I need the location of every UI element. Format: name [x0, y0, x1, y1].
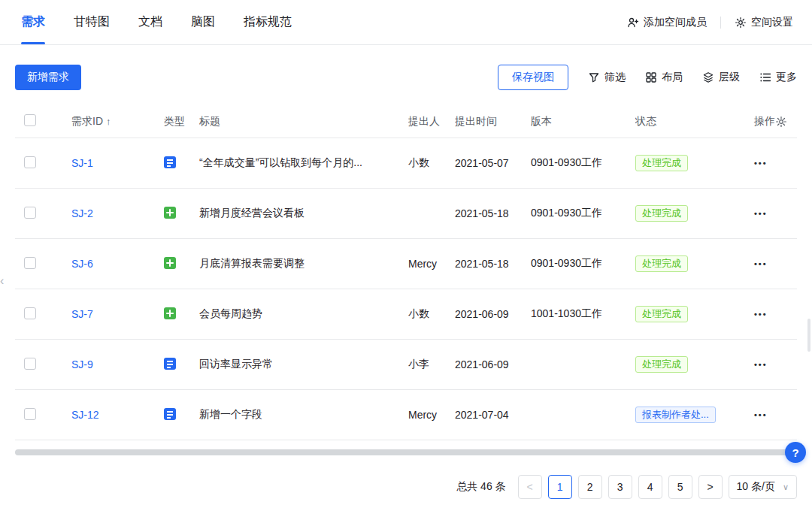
next-page-button[interactable]: >: [698, 475, 723, 499]
column-header-type: 类型: [164, 115, 199, 128]
table-row: SJ-6 月底清算报表需要调整 Mercy 2021-05-18 0901-09…: [15, 239, 797, 289]
row-actions-button[interactable]: •••: [754, 360, 768, 369]
new-requirement-button[interactable]: 新增需求: [15, 65, 81, 90]
requirement-title[interactable]: 新增月度经营会议看板: [199, 207, 408, 220]
requirement-title[interactable]: 回访率显示异常: [199, 358, 408, 371]
row-actions-button[interactable]: •••: [754, 410, 768, 419]
propose-date: 2021-06-09: [455, 358, 531, 370]
status-badge[interactable]: 处理完成: [635, 255, 688, 272]
tab-label: 甘特图: [74, 14, 110, 30]
propose-date: 2021-05-18: [455, 258, 531, 270]
requirement-id-link[interactable]: SJ-1: [71, 157, 93, 169]
requirement-title[interactable]: 新增一个字段: [199, 408, 408, 422]
row-actions-button[interactable]: •••: [754, 259, 768, 268]
vertical-scrollbar[interactable]: [807, 319, 810, 352]
add-member-label: 添加空间成员: [644, 16, 707, 29]
propose-date: 2021-05-07: [455, 157, 531, 169]
page-button-2[interactable]: 2: [578, 475, 602, 499]
row-checkbox[interactable]: [24, 156, 36, 168]
status-badge[interactable]: 处理完成: [635, 306, 688, 322]
requirement-id-link[interactable]: SJ-2: [71, 207, 93, 219]
requirement-title[interactable]: 会员每周趋势: [199, 307, 408, 321]
row-checkbox[interactable]: [24, 307, 36, 319]
tab-metric-spec[interactable]: 指标规范: [244, 0, 292, 44]
version: 1001-1030工作: [531, 307, 635, 321]
filter-button[interactable]: 筛选: [588, 71, 626, 84]
row-checkbox[interactable]: [24, 207, 36, 219]
column-header-version: 版本: [531, 115, 635, 128]
status-badge[interactable]: 处理完成: [635, 155, 688, 171]
tab-label: 脑图: [191, 14, 215, 30]
row-actions-button[interactable]: •••: [754, 159, 768, 168]
page-button-5[interactable]: 5: [668, 475, 692, 499]
status-badge[interactable]: 处理完成: [635, 356, 688, 373]
requirements-table: 需求ID↑ 类型 标题 提出人 提出时间 版本 状态 操作 SJ-1 “全年成: [15, 105, 797, 440]
row-checkbox[interactable]: [24, 358, 36, 370]
tab-label: 指标规范: [244, 14, 292, 30]
row-checkbox[interactable]: [24, 257, 36, 269]
gear-icon: [735, 17, 747, 29]
column-settings-gear-icon[interactable]: [775, 116, 787, 128]
row-checkbox[interactable]: [24, 408, 36, 420]
column-header-date: 提出时间: [455, 115, 531, 128]
requirement-title[interactable]: “全年成交量”可以钻取到每个月的...: [199, 156, 408, 170]
row-actions-button[interactable]: •••: [754, 209, 768, 218]
propose-date: 2021-05-18: [455, 207, 531, 219]
toolbar-right: 保存视图 筛选 布局: [498, 65, 797, 90]
page-button-3[interactable]: 3: [608, 475, 632, 499]
list-more-icon: [759, 71, 771, 83]
filter-icon: [588, 71, 600, 83]
nav-divider: [720, 17, 721, 29]
row-actions-button[interactable]: •••: [754, 310, 768, 319]
column-header-actions: 操作: [754, 115, 775, 128]
requirement-id-link[interactable]: SJ-12: [71, 409, 99, 421]
tab-label: 需求: [21, 14, 45, 30]
layout-button[interactable]: 布局: [645, 71, 683, 84]
proposer: 小数: [408, 156, 455, 170]
version: 0901-0930工作: [531, 257, 635, 271]
requirement-id-link[interactable]: SJ-6: [71, 258, 93, 270]
table-row: SJ-12 新增一个字段 Mercy 2021-07-04 报表制作者处... …: [15, 390, 797, 440]
more-button[interactable]: 更多: [759, 71, 797, 84]
version: 0901-0930工作: [531, 156, 635, 170]
doc-type-icon: [164, 156, 176, 168]
proposer: 小数: [408, 307, 455, 321]
chevron-down-icon: ∨: [783, 482, 789, 492]
status-badge[interactable]: 处理完成: [635, 205, 688, 222]
collapse-panel-icon[interactable]: ‹: [0, 275, 4, 287]
top-nav: 需求 甘特图 文档 脑图 指标规范 添加空间成员: [0, 0, 812, 45]
requirement-id-link[interactable]: SJ-7: [71, 308, 93, 320]
table-row: SJ-2 新增月度经营会议看板 2021-05-18 0901-0930工作 处…: [15, 189, 797, 239]
space-settings-label: 空间设置: [751, 16, 793, 29]
requirement-id-link[interactable]: SJ-9: [71, 358, 93, 370]
column-header-id[interactable]: 需求ID↑: [71, 115, 164, 128]
pagination-total: 总共 46 条: [456, 480, 505, 494]
tab-gantt[interactable]: 甘特图: [74, 0, 110, 44]
hierarchy-button[interactable]: 层级: [702, 71, 740, 84]
help-button[interactable]: ?: [785, 442, 806, 463]
proposer: Mercy: [408, 409, 455, 421]
tab-documents[interactable]: 文档: [138, 0, 162, 44]
prev-page-button[interactable]: <: [518, 475, 542, 499]
page-size-select[interactable]: 10 条/页 ∨: [729, 475, 797, 499]
column-header-status: 状态: [635, 115, 739, 128]
space-settings-button[interactable]: 空间设置: [735, 16, 793, 29]
propose-date: 2021-06-09: [455, 308, 531, 320]
page-size-value: 10 条/页: [737, 480, 775, 494]
add-type-icon: [164, 257, 176, 269]
nav-actions: 添加空间成员 空间设置: [627, 16, 793, 29]
tab-requirements[interactable]: 需求: [21, 0, 45, 44]
requirement-title[interactable]: 月底清算报表需要调整: [199, 257, 408, 271]
toolbar: 新增需求 保存视图 筛选 布局: [0, 45, 812, 105]
page-button-1[interactable]: 1: [548, 475, 572, 499]
select-all-checkbox[interactable]: [24, 114, 36, 126]
save-view-button[interactable]: 保存视图: [498, 65, 568, 90]
horizontal-scrollbar[interactable]: [15, 449, 788, 455]
doc-type-icon: [164, 408, 176, 420]
page-button-4[interactable]: 4: [638, 475, 662, 499]
sort-asc-icon: ↑: [106, 116, 111, 127]
add-member-button[interactable]: 添加空间成员: [627, 16, 707, 29]
status-badge[interactable]: 报表制作者处...: [635, 407, 716, 423]
column-header-proposer: 提出人: [408, 115, 455, 128]
tab-mindmap[interactable]: 脑图: [191, 0, 215, 44]
